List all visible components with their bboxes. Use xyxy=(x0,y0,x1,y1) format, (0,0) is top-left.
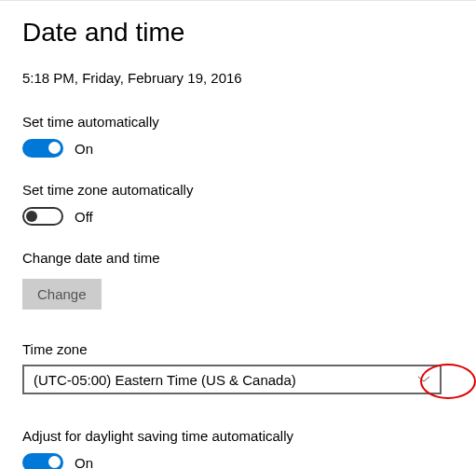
dst-label: Adjust for daylight saving time automati… xyxy=(22,428,454,444)
timezone-dropdown[interactable]: (UTC-05:00) Eastern Time (US & Canada) xyxy=(22,365,442,394)
set-time-auto-state: On xyxy=(75,141,93,157)
timezone-selected-value: (UTC-05:00) Eastern Time (US & Canada) xyxy=(34,372,296,388)
set-tz-auto-state: Off xyxy=(75,209,93,225)
toggle-knob xyxy=(48,142,61,154)
page-title: Date and time xyxy=(22,18,454,48)
dst-toggle[interactable] xyxy=(22,453,63,469)
toggle-knob xyxy=(26,211,37,222)
set-tz-auto-label: Set time zone automatically xyxy=(22,182,454,198)
set-time-auto-toggle[interactable] xyxy=(22,139,63,158)
set-tz-auto-toggle[interactable] xyxy=(22,207,63,226)
dst-state: On xyxy=(75,455,93,470)
toggle-knob xyxy=(48,456,61,468)
current-date-time: 5:18 PM, Friday, February 19, 2016 xyxy=(22,70,454,86)
set-time-auto-label: Set time automatically xyxy=(22,114,454,130)
timezone-label: Time zone xyxy=(22,341,454,357)
chevron-down-icon xyxy=(417,376,430,383)
change-date-time-label: Change date and time xyxy=(22,250,454,266)
change-button[interactable]: Change xyxy=(22,279,102,310)
